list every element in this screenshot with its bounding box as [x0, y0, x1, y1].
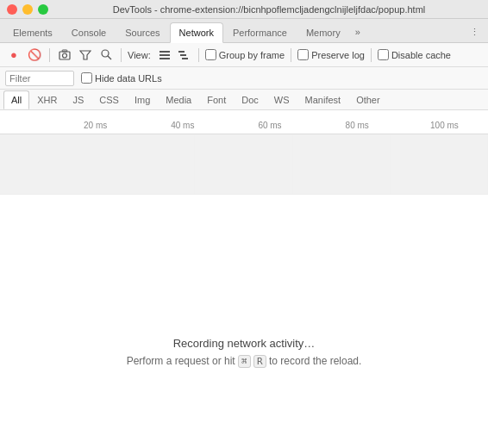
- svg-rect-0: [59, 52, 70, 59]
- svg-rect-11: [182, 58, 188, 59]
- group-by-frame-input[interactable]: [205, 49, 216, 60]
- type-tab-other[interactable]: Other: [348, 90, 388, 109]
- separator-5: [371, 48, 372, 62]
- list-view-button[interactable]: [156, 47, 173, 64]
- type-tab-js[interactable]: JS: [65, 90, 91, 109]
- timeline-col-5: [391, 134, 488, 194]
- tab-network[interactable]: Network: [170, 22, 223, 43]
- svg-line-5: [108, 56, 111, 59]
- disable-cache-input[interactable]: [378, 49, 389, 60]
- svg-rect-7: [160, 54, 170, 56]
- hide-data-urls-input[interactable]: [81, 72, 92, 84]
- type-tab-img[interactable]: Img: [127, 90, 158, 109]
- tab-elements[interactable]: Elements: [3, 22, 62, 42]
- type-tab-font[interactable]: Font: [199, 90, 234, 109]
- maximize-button[interactable]: [38, 4, 48, 15]
- separator-4: [291, 48, 291, 62]
- search-button[interactable]: [97, 47, 115, 64]
- timeline-col-2: [97, 134, 195, 194]
- separator-2: [121, 48, 122, 62]
- resource-type-tabs: All XHR JS CSS Img Media Font Doc WS Man…: [0, 90, 488, 110]
- timeline-col-1: [0, 134, 97, 194]
- network-toolbar: ● 🚫 View:: [0, 43, 488, 67]
- preserve-log-input[interactable]: [297, 49, 309, 60]
- type-tab-manifest[interactable]: Manifest: [297, 90, 349, 109]
- filter-input[interactable]: [5, 71, 74, 86]
- tab-memory[interactable]: Memory: [297, 22, 350, 42]
- tick-1: 20 ms: [52, 121, 139, 130]
- close-button[interactable]: [7, 4, 17, 15]
- view-toggle: [156, 47, 192, 64]
- separator-1: [49, 48, 50, 62]
- tick-4: 80 ms: [314, 121, 401, 130]
- preserve-log-checkbox[interactable]: Preserve log: [297, 49, 365, 60]
- tab-performance[interactable]: Performance: [223, 22, 297, 42]
- filter-button[interactable]: [77, 47, 94, 64]
- waterfall-view-button[interactable]: [175, 47, 192, 64]
- separator-3: [198, 48, 199, 62]
- type-tab-xhr[interactable]: XHR: [29, 90, 65, 109]
- empty-state: Recording network activity… Perform a re…: [0, 195, 488, 448]
- hide-data-urls-checkbox[interactable]: Hide data URLs: [81, 72, 162, 84]
- type-tab-ws[interactable]: WS: [266, 90, 297, 109]
- tab-sources[interactable]: Sources: [116, 22, 169, 42]
- tab-overflow-button[interactable]: »: [350, 22, 366, 42]
- recording-text: Recording network activity…: [173, 337, 316, 350]
- instruction-text: Perform a request or hit ⌘ R to record t…: [127, 355, 362, 367]
- tick-2: 40 ms: [139, 121, 226, 130]
- r-key: R: [253, 355, 266, 368]
- window-title: DevTools - chrome-extension://bicnhpofle…: [57, 4, 481, 15]
- filter-bar: Hide data URLs: [0, 67, 488, 90]
- svg-rect-8: [160, 58, 170, 59]
- svg-marker-3: [80, 51, 91, 59]
- type-tab-doc[interactable]: Doc: [234, 90, 266, 109]
- title-bar: DevTools - chrome-extension://bicnhpofle…: [0, 0, 488, 19]
- camera-button[interactable]: [56, 47, 73, 64]
- timeline-col-3: [195, 134, 292, 194]
- cmd-key: ⌘: [238, 355, 251, 368]
- tick-5: 100 ms: [401, 121, 488, 130]
- stop-button[interactable]: 🚫: [26, 47, 43, 64]
- timeline-col-4: [293, 134, 391, 194]
- group-by-frame-checkbox[interactable]: Group by frame: [205, 49, 285, 60]
- view-label: View:: [128, 50, 151, 60]
- type-tab-all[interactable]: All: [3, 90, 29, 109]
- svg-rect-6: [160, 51, 170, 53]
- timeline-grid: [0, 134, 488, 195]
- recording-message: Recording network activity… Perform a re…: [127, 337, 362, 367]
- svg-point-1: [63, 53, 67, 58]
- timeline-header: 20 ms 40 ms 60 ms 80 ms 100 ms: [0, 110, 488, 134]
- tab-bar: Elements Console Sources Network Perform…: [0, 19, 488, 43]
- svg-rect-10: [180, 54, 186, 56]
- minimize-button[interactable]: [22, 4, 33, 15]
- tab-console[interactable]: Console: [62, 22, 116, 42]
- tick-3: 60 ms: [226, 121, 313, 130]
- svg-rect-9: [178, 51, 185, 53]
- type-tab-css[interactable]: CSS: [91, 90, 127, 109]
- devtools-menu-button[interactable]: ⋮: [465, 22, 485, 42]
- record-button[interactable]: ●: [5, 47, 22, 64]
- window-controls: [7, 4, 48, 15]
- svg-rect-2: [62, 50, 67, 52]
- disable-cache-checkbox[interactable]: Disable cache: [378, 49, 451, 60]
- svg-point-4: [102, 50, 109, 57]
- type-tab-media[interactable]: Media: [158, 90, 199, 109]
